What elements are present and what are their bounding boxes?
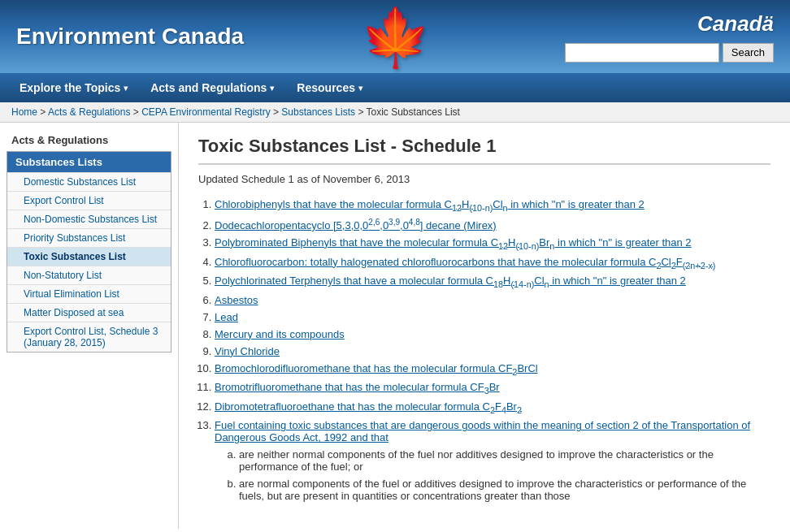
list-item: Mercury and its compounds — [215, 328, 770, 340]
substances-list: Chlorobiphenyls that have the molecular … — [198, 198, 770, 502]
search-button[interactable]: Search — [723, 43, 774, 63]
item-link-1[interactable]: Chlorobiphenyls that have the molecular … — [215, 198, 645, 210]
sidebar-item-priority[interactable]: Priority Substances List — [7, 228, 171, 247]
sidebar-item-non-domestic[interactable]: Non-Domestic Substances List — [7, 210, 171, 228]
canada-wordmark: Canadä — [697, 11, 774, 37]
chevron-down-icon: ▾ — [270, 84, 274, 93]
list-item: Polybrominated Biphenyls that have the m… — [215, 236, 770, 251]
item-link-12[interactable]: Dibromotetrafluoroethane that has the mo… — [215, 400, 522, 413]
item-link-13[interactable]: Fuel containing toxic substances that ar… — [215, 419, 750, 443]
sidebar-item-virtual[interactable]: Virtual Elimination List — [7, 284, 171, 303]
content-area: Toxic Substances List - Schedule 1 Updat… — [179, 123, 790, 529]
sub-list-item: are neither normal components of the fue… — [239, 448, 770, 473]
list-item: Lead — [215, 311, 770, 323]
sidebar-item-non-statutory[interactable]: Non-Statutory List — [7, 266, 171, 284]
list-item: Dibromotetrafluoroethane that has the mo… — [215, 400, 770, 415]
search-input[interactable] — [565, 43, 719, 63]
list-item: Bromochlorodifluoromethane that has the … — [215, 362, 770, 377]
updated-date: Updated Schedule 1 as of November 6, 201… — [198, 173, 770, 185]
sidebar-list-box: Substances Lists Domestic Substances Lis… — [7, 151, 171, 353]
nav-item-acts[interactable]: Acts and Regulations ▾ — [139, 73, 285, 102]
item-link-6[interactable]: Asbestos — [215, 294, 258, 306]
main-layout: Acts & Regulations Substances Lists Dome… — [0, 123, 790, 529]
list-item: Vinyl Chloride — [215, 345, 770, 357]
search-bar: Search — [565, 43, 774, 63]
sidebar-title: Acts & Regulations — [0, 131, 178, 151]
list-item: Polychlorinated Terphenyls that have a m… — [215, 275, 770, 289]
nav-bar: Explore the Topics ▾ Acts and Regulation… — [0, 73, 790, 102]
item-link-10[interactable]: Bromochlorodifluoromethane that has the … — [215, 362, 538, 374]
item-link-2[interactable]: Dodecachloropentacyclo [5,3,0,02,6,03,9,… — [215, 219, 497, 231]
nav-item-resources[interactable]: Resources ▾ — [285, 73, 374, 102]
list-item: Dodecachloropentacyclo [5,3,0,02,6,03,9,… — [215, 218, 770, 231]
sidebar-item-domestic[interactable]: Domestic Substances List — [7, 172, 171, 191]
list-item: Asbestos — [215, 294, 770, 306]
list-item: Chlorobiphenyls that have the molecular … — [215, 198, 770, 213]
sidebar: Acts & Regulations Substances Lists Dome… — [0, 123, 179, 529]
header-right: Canadä Search — [565, 11, 774, 63]
item-link-5[interactable]: Polychlorinated Terphenyls that have a m… — [215, 275, 686, 287]
item-link-8[interactable]: Mercury and its compounds — [215, 328, 345, 340]
sidebar-list-header: Substances Lists — [7, 152, 171, 172]
site-title: Environment Canada — [16, 24, 244, 50]
breadcrumb-home[interactable]: Home — [11, 106, 37, 118]
item-link-9[interactable]: Vinyl Chloride — [215, 345, 280, 357]
item-link-4[interactable]: Chlorofluorocarbon: totally halogenated … — [215, 256, 715, 268]
site-header: Environment Canada 🍁 Canadä Search — [0, 0, 790, 73]
breadcrumb-cepa[interactable]: CEPA Environmental Registry — [141, 106, 271, 118]
item-link-3[interactable]: Polybrominated Biphenyls that have the m… — [215, 236, 692, 249]
sidebar-item-export-schedule3[interactable]: Export Control List, Schedule 3 (January… — [7, 322, 171, 352]
list-item: Chlorofluorocarbon: totally halogenated … — [215, 256, 770, 270]
breadcrumb-acts[interactable]: Acts & Regulations — [48, 106, 130, 118]
sidebar-item-export[interactable]: Export Control List — [7, 191, 171, 210]
list-item: Bromotrifluoromethane that has the molec… — [215, 381, 770, 396]
nav-item-explore[interactable]: Explore the Topics ▾ — [8, 73, 139, 102]
breadcrumb-current: Toxic Substances List — [367, 106, 460, 118]
sidebar-item-toxic[interactable]: Toxic Substances List — [7, 247, 171, 266]
chevron-down-icon: ▾ — [358, 84, 362, 93]
maple-leaf-icon: 🍁 — [360, 4, 431, 71]
breadcrumb: Home > Acts & Regulations > CEPA Environ… — [0, 102, 790, 123]
page-title: Toxic Substances List - Schedule 1 — [198, 136, 770, 165]
chevron-down-icon: ▾ — [124, 84, 128, 93]
list-item: Fuel containing toxic substances that ar… — [215, 419, 770, 502]
breadcrumb-substances[interactable]: Substances Lists — [281, 106, 355, 118]
item-link-7[interactable]: Lead — [215, 311, 238, 323]
sidebar-item-matter[interactable]: Matter Disposed at sea — [7, 303, 171, 322]
sub-list-item: are normal components of the fuel or add… — [239, 478, 770, 502]
sub-list: are neither normal components of the fue… — [215, 448, 770, 502]
item-link-11[interactable]: Bromotrifluoromethane that has the molec… — [215, 381, 500, 393]
